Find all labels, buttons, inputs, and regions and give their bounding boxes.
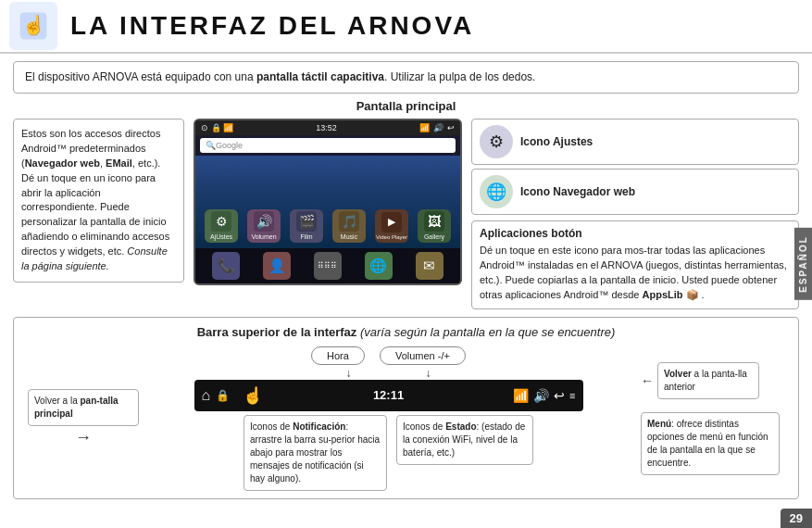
right-panel: ⚙ Icono Ajustes 🌐 Icono Navegador web Ap… [471, 119, 799, 309]
search-text: Google [216, 141, 243, 150]
bold-email: EMail [106, 157, 132, 169]
left-desc-text1: Estos son los accesos directos Android™ … [21, 128, 169, 271]
device-dock: 📞 👤 ⠿⠿⠿ 🌐 ✉ [195, 248, 460, 283]
ann-notif-prefix: Iconos de [250, 421, 293, 432]
app-icon-film: 🎬 Film [290, 209, 323, 243]
page-title: LA INTERFAZ DEL ARNOVA [70, 11, 474, 41]
bar-menu-icon: ≡ [569, 390, 575, 401]
label-volumen: Volumen -/+ [380, 346, 466, 365]
info-text-after: . Utilizar la pulpa de los dedos. [384, 70, 535, 83]
navegador-icon: 🌐 [480, 175, 513, 208]
bar-time: 12:11 [373, 388, 404, 402]
italic-consulte: Consulte la página siguiente. [21, 245, 168, 271]
hand-pointer-icon: ☝ [243, 385, 263, 406]
statusbar-wifi-icon: 📶 [419, 123, 430, 132]
label-hora: Hora [311, 346, 365, 365]
arrow-down-hora: ↓ [346, 367, 352, 380]
appslib-icon: 📦 [683, 289, 699, 300]
info-text-before: El dispositivo ARNOVA está equipado con … [25, 70, 256, 83]
app-icon-volumen: 🔊 Volumen [247, 209, 281, 243]
app-icon-ajustes: ⚙ AjUstes [205, 209, 238, 243]
center-diagram: Hora Volumen -/+ ↓ ↓ ⌂ 🔒 ☝ 12:11 📶 [149, 346, 628, 491]
right-side-annotations: ← Volver a la panta-lla anterior Menú: o… [641, 362, 789, 475]
dock-phone: 📞 [212, 252, 240, 280]
aplicaciones-text2: . [699, 289, 705, 300]
app-icon-video: ▶ Video Player [375, 209, 408, 243]
aplicaciones-text1: Dé un toque en este icono para mos-trar … [480, 245, 787, 300]
statusbar-volume-icon: 🔊 [433, 123, 443, 132]
bottom-title-italic: (varía según la pantalla en la que se en… [356, 325, 615, 339]
bar-volume-icon: 🔊 [533, 388, 549, 403]
middle-row: Estos son los accesos directos Android™ … [13, 119, 799, 309]
bottom-title-bold: Barra superior de la interfaz [197, 325, 357, 339]
dock-contacts: 👤 [263, 252, 291, 280]
ann-volver-bold: Volver [664, 369, 692, 379]
device-screen-inner: ⚙ AjUstes 🔊 Volumen 🎬 Film 🎵 Music [195, 156, 460, 283]
ann-notificacion: Iconos de Notificación: arrastre la barr… [244, 415, 387, 491]
appslib-bold: AppsLib [643, 289, 683, 300]
bottom-section: Barra superior de la interfaz (varía seg… [13, 317, 799, 499]
page-number: 29 [781, 509, 812, 528]
android-bar: ⌂ 🔒 ☝ 12:11 📶 🔊 ↩ ≡ [194, 380, 583, 411]
ann-menu: Menú: ofrece distintas opciones de menú … [641, 412, 780, 475]
dock-browser: 🌐 [365, 252, 393, 280]
espanol-tab: ESPAÑOL [794, 228, 812, 300]
ann-pantalla-principal: Volver a la pan-talla principal [28, 389, 139, 426]
navegador-label: Icono Navegador web [520, 185, 635, 198]
device-screenshot: ⊙ 🔒 📶 13:52 📶 🔊 ↩ 🔍 Google ⚙ AjUstes [194, 119, 462, 285]
bar-left: ⌂ 🔒 ☝ [202, 385, 264, 406]
ann-volver: Volver a la panta-lla anterior [657, 362, 759, 399]
arrows-to-bar: ↓ ↓ [346, 367, 431, 380]
bar-lock-icon: 🔒 [216, 389, 230, 402]
aplicaciones-box: Aplicaciones botón Dé un toque en este i… [471, 220, 799, 309]
left-ann-container: Volver a la pan-talla principal → [23, 389, 144, 447]
dock-apps: ⠿⠿⠿ [314, 252, 342, 280]
ajustes-label: Icono Ajustes [520, 135, 593, 148]
device-statusbar: ⊙ 🔒 📶 13:52 📶 🔊 ↩ [195, 120, 460, 135]
statusbar-time: 13:52 [316, 123, 337, 132]
bar-right: 📶 🔊 ↩ ≡ [513, 388, 575, 403]
ann-pantalla-prefix: Volver a la [34, 396, 80, 406]
pantalla-principal-label: Pantalla principal [13, 99, 799, 113]
aplicaciones-text: Dé un toque en este icono para mos-trar … [480, 244, 791, 303]
bar-back-icon: ↩ [554, 388, 565, 403]
ann-estado-container: Iconos de Estado: (estado de la conexión… [396, 415, 533, 465]
arrow-left-volver: ← [641, 373, 654, 388]
bottom-annotations: Iconos de Notificación: arrastre la barr… [244, 415, 533, 491]
info-text-bold: pantalla táctil capacitiva [256, 70, 384, 83]
dock-email: ✉ [416, 252, 443, 280]
main-content: Pantalla principal Estos son los accesos… [0, 99, 812, 309]
bold-navegador: Navegador web [25, 157, 100, 169]
aplicaciones-title: Aplicaciones botón [480, 227, 791, 240]
info-box: El dispositivo ARNOVA está equipado con … [13, 61, 799, 94]
arrow-right-icon: → [75, 428, 92, 447]
full-diagram: Volver a la pan-talla principal → Hora V… [23, 346, 789, 491]
search-placeholder: 🔍 [206, 141, 216, 150]
hand-touch-icon: ☝ [9, 2, 57, 50]
labels-above-bar: Hora Volumen -/+ [311, 346, 466, 365]
statusbar-back-icon: ↩ [447, 123, 455, 132]
device-wallpaper: ⚙ AjUstes 🔊 Volumen 🎬 Film 🎵 Music [195, 156, 460, 248]
device-search-bar: 🔍 Google [200, 138, 456, 153]
arrow-down-volumen: ↓ [426, 367, 431, 380]
app-icon-music: 🎵 Music [332, 209, 366, 243]
svg-text:☝: ☝ [22, 14, 46, 36]
ann-estado-bold: Estado [445, 421, 476, 432]
statusbar-left-icons: ⊙ 🔒 📶 [201, 123, 233, 132]
bottom-title: Barra superior de la interfaz (varía seg… [23, 325, 789, 339]
left-description: Estos son los accesos directos Android™ … [13, 119, 184, 283]
bar-wifi-icon: 📶 [513, 388, 529, 403]
statusbar-right-icons: 📶 🔊 ↩ [419, 123, 455, 132]
ann-estado: Iconos de Estado: (estado de la conexión… [396, 415, 533, 465]
app-icon-gallery: 🖼 Gallery [418, 209, 451, 243]
page-header: ☝ LA INTERFAZ DEL ARNOVA [0, 0, 812, 54]
icono-ajustes-row: ⚙ Icono Ajustes [471, 119, 799, 165]
ann-volver-container: ← Volver a la panta-lla anterior [641, 362, 789, 399]
ann-notif-bold: Notificación [293, 421, 345, 432]
ajustes-icon: ⚙ [480, 125, 513, 158]
ann-menu-bold: Menú [647, 419, 671, 429]
bar-home-icon: ⌂ [202, 387, 211, 404]
icono-navegador-row: 🌐 Icono Navegador web [471, 169, 799, 215]
ann-estado-prefix: Iconos de [403, 421, 445, 432]
